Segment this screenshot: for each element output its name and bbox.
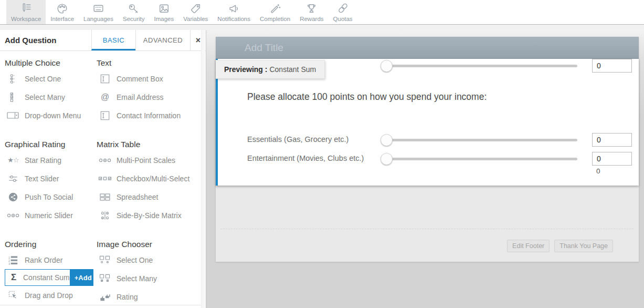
points-input[interactable] <box>592 59 632 73</box>
sidebar-header: Add Question BASIC ADVANCED × <box>0 30 206 51</box>
toolbar-item-label: Completion <box>260 16 290 22</box>
text-slider-icon <box>5 173 22 184</box>
toolbar-item-label: Workspace <box>11 16 41 22</box>
survey-title-bar[interactable]: Add Title <box>216 37 639 59</box>
constant-sum-row: Essentials (Gas, Grocery etc.) <box>218 133 639 147</box>
star-rating-icon: ★☆ <box>5 156 22 164</box>
previewing-chip: Previewing :Constant Sum <box>216 60 325 79</box>
section-text: Text Comment Box @ Email Address Contact… <box>97 58 196 125</box>
sidebar-item-multi-point-scales[interactable]: Multi-Point Scales <box>97 151 196 169</box>
previewing-label: Previewing : <box>224 65 267 74</box>
trophy-icon <box>305 2 319 15</box>
section-title: Text <box>97 58 196 68</box>
sidebar-item-contact-information[interactable]: Contact Information <box>97 106 196 125</box>
sidebar-item-image-select-many[interactable]: Select Many <box>97 269 196 288</box>
tab-basic[interactable]: BASIC <box>91 30 135 50</box>
sidebar-item-drag-and-drop[interactable]: Drag and Drop <box>5 286 97 304</box>
sidebar-item-select-many[interactable]: Select Many <box>5 88 97 106</box>
slider-track[interactable] <box>382 139 577 141</box>
ibeam-box-icon <box>97 74 113 84</box>
tag-icon <box>189 2 203 15</box>
toolbar-item-languages[interactable]: Languages <box>79 0 118 24</box>
slider-handle[interactable] <box>381 134 393 146</box>
sidebar-item-rank-order[interactable]: 123 Rank Order <box>5 251 97 269</box>
toolbar-item-completion[interactable]: Completion <box>255 0 295 24</box>
toolbar-item-label: Languages <box>83 16 113 22</box>
sidebar-item-numeric-slider[interactable]: Numeric Slider <box>5 206 97 224</box>
slider-handle[interactable] <box>381 153 393 165</box>
at-icon: @ <box>97 93 113 102</box>
section-multiple-choice: Multiple Choice Select One Select Many D… <box>5 58 97 125</box>
section-image-chooser: Image Chooser Select One Select Many Rat… <box>97 239 196 306</box>
slider-track[interactable] <box>382 158 577 160</box>
sidebar-item-comment-box[interactable]: Comment Box <box>97 69 196 88</box>
dropdown-icon <box>5 111 22 120</box>
multi-point-icon <box>97 157 113 164</box>
top-toolbar: Workspace Interface Languages Security I… <box>0 0 644 25</box>
sidebar-item-checkbox-multi-select[interactable]: Checkbox/Multi-Select <box>97 169 196 188</box>
sigma-icon: Σ <box>5 272 22 283</box>
survey-title-placeholder: Add Title <box>245 42 283 54</box>
push-social-icon <box>5 192 22 202</box>
sidebar-item-side-by-side-matrix[interactable]: Side-By-Side Matrix <box>97 206 196 224</box>
toolbar-item-rewards[interactable]: Rewards <box>295 0 328 24</box>
palette-icon <box>56 2 69 15</box>
section-title: Ordering <box>5 239 97 250</box>
sidebar-item-spreadsheet[interactable]: Spreadsheet <box>97 188 196 206</box>
spreadsheet-icon <box>97 192 113 202</box>
sidebar-item-text-slider[interactable]: Text Slider <box>5 169 97 188</box>
survey-preview-panel: Add Title Previewing :Constant Sum Pleas… <box>216 37 639 262</box>
sidebar-item-dropdown-menu[interactable]: Drop-down Menu <box>5 106 97 125</box>
svg-text:1: 1 <box>8 255 9 259</box>
points-input[interactable] <box>592 133 632 147</box>
section-ordering: Ordering 123 Rank Order Σ Constant Sum +… <box>5 239 97 306</box>
sidebar-item-constant-sum[interactable]: Σ Constant Sum +Add <box>5 269 93 286</box>
keyboard-icon <box>92 2 105 15</box>
row-label: Essentials (Gas, Grocery etc.) <box>247 135 349 143</box>
edit-footer-button[interactable]: Edit Footer <box>507 240 550 252</box>
toolbar-item-notifications[interactable]: Notifications <box>213 0 255 24</box>
thumbs-icon <box>97 291 113 302</box>
toolbar-item-workspace[interactable]: Workspace <box>6 0 46 24</box>
points-input[interactable] <box>592 152 632 166</box>
sidebar-item-image-rating[interactable]: Rating <box>97 288 196 306</box>
tab-advanced[interactable]: ADVANCED <box>135 30 190 50</box>
constant-sum-row: Entertainment (Movies, Clubs etc.) <box>218 152 639 166</box>
toolbar-item-security[interactable]: Security <box>118 0 150 24</box>
workspace-icon <box>19 2 33 15</box>
sidebar-item-email-address[interactable]: @ Email Address <box>97 88 196 106</box>
section-title: Image Chooser <box>97 239 196 250</box>
sidebar-item-select-one[interactable]: Select One <box>5 69 97 88</box>
toolbar-item-quotas[interactable]: Quotas <box>329 0 357 24</box>
section-graphical-rating: Graphical Rating ★☆ Star Rating Text Sli… <box>5 139 97 224</box>
toolbar-item-label: Interface <box>50 16 74 22</box>
sidebar-item-star-rating[interactable]: ★☆ Star Rating <box>5 151 97 169</box>
svg-text:2: 2 <box>8 259 9 262</box>
footer-buttons: Edit Footer Thank You Page <box>507 240 613 252</box>
slider-handle[interactable] <box>381 60 393 72</box>
key-icon <box>127 2 141 15</box>
toolbar-item-label: Notifications <box>217 16 250 22</box>
drag-drop-icon <box>5 290 22 301</box>
sidebar-body: Multiple Choice Select One Select Many D… <box>0 51 206 306</box>
sidebar-scrollbar[interactable] <box>201 30 205 308</box>
section-matrix-table: Matrix Table Multi-Point Scales Checkbox… <box>97 139 196 224</box>
points-total: 0 <box>596 167 600 175</box>
rank-order-icon: 123 <box>5 255 22 265</box>
sidebar-item-image-select-one[interactable]: Select One <box>97 251 196 269</box>
add-question-button[interactable]: +Add <box>70 270 93 285</box>
section-title: Multiple Choice <box>5 58 97 68</box>
image-checkbox-icon <box>97 273 113 283</box>
slider-track[interactable] <box>382 65 577 67</box>
sidebar-item-push-to-social[interactable]: Push To Social <box>5 188 97 206</box>
toolbar-item-variables[interactable]: Variables <box>178 0 213 24</box>
section-title: Graphical Rating <box>5 139 97 150</box>
numeric-slider-icon <box>5 212 22 219</box>
toolbar-item-images[interactable]: Images <box>150 0 179 24</box>
toolbar-item-interface[interactable]: Interface <box>46 0 79 24</box>
toolbar-item-label: Security <box>123 16 145 22</box>
svg-text:3: 3 <box>8 262 9 265</box>
toolbar-item-label: Variables <box>183 16 208 22</box>
thank-you-page-button[interactable]: Thank You Page <box>554 240 613 252</box>
ibeam-box-icon <box>97 110 113 121</box>
